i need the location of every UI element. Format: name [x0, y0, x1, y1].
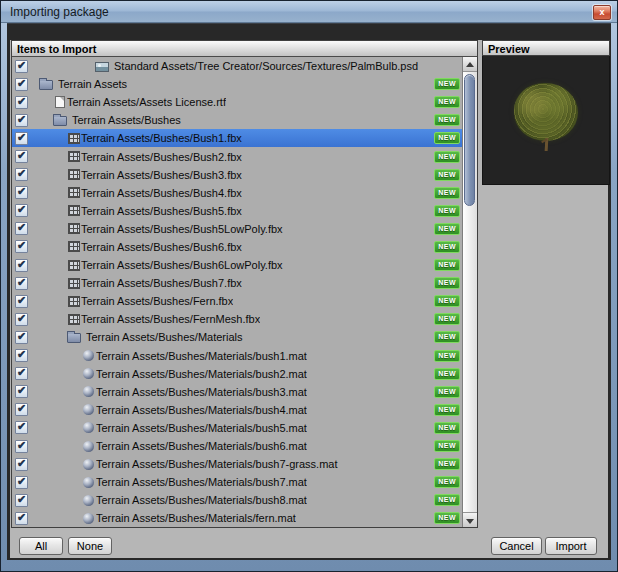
item-label: Terrain Assets/Bushes/Materials/bush2.ma…: [96, 368, 307, 380]
bush-trunk: [545, 138, 549, 151]
item-checkbox[interactable]: [15, 331, 28, 344]
item-label: Terrain Assets/Bushes/Materials/bush3.ma…: [96, 386, 307, 398]
indent-spacer: [39, 174, 67, 175]
vertical-scrollbar[interactable]: [462, 57, 477, 527]
item-label: Terrain Assets/Bushes/Materials: [86, 331, 243, 343]
scroll-up-arrow-icon[interactable]: [463, 57, 477, 72]
item-label: Terrain Assets/Bushes/Materials/bush5.ma…: [96, 422, 307, 434]
close-icon[interactable]: x: [593, 5, 611, 20]
indent-spacer: [39, 446, 81, 447]
mesh-icon: [68, 314, 80, 325]
list-item[interactable]: Terrain Assets/Bushes/Materials/bush7.ma…: [12, 473, 462, 491]
list-item[interactable]: Terrain Assets/Bushes/Materials/bush6.ma…: [12, 437, 462, 455]
list-item[interactable]: Terrain Assets/Bushes/FernMesh.fbxNEW: [12, 310, 462, 328]
item-checkbox[interactable]: [15, 186, 28, 199]
list-item[interactable]: Terrain Assets/Bushes/Materials/bush7-gr…: [12, 455, 462, 473]
list-item[interactable]: Terrain Assets/Bushes/Materials/bush1.ma…: [12, 347, 462, 365]
list-item[interactable]: Terrain Assets/Bushes/Bush5LowPoly.fbxNE…: [12, 220, 462, 238]
indent-spacer: [39, 355, 81, 356]
list-item[interactable]: Terrain Assets/Bushes/Materials/bush3.ma…: [12, 383, 462, 401]
list-item[interactable]: Terrain Assets/Bushes/Fern.fbxNEW: [12, 292, 462, 310]
list-item[interactable]: Terrain Assets/Bushes/Bush4.fbxNEW: [12, 184, 462, 202]
item-label: Terrain Assets/Bushes/Bush4.fbx: [81, 187, 242, 199]
item-label: Terrain Assets/Bushes/Bush6.fbx: [81, 241, 242, 253]
new-badge: NEW: [434, 205, 460, 217]
item-checkbox[interactable]: [15, 476, 28, 489]
list-item[interactable]: Terrain Assets/Assets License.rtfNEW: [12, 93, 462, 111]
item-checkbox[interactable]: [15, 240, 28, 253]
item-checkbox[interactable]: [15, 150, 28, 163]
item-checkbox[interactable]: [15, 222, 28, 235]
new-badge: NEW: [434, 187, 460, 199]
list-item[interactable]: Terrain Assets/Bushes/Bush5.fbxNEW: [12, 202, 462, 220]
indent-spacer: [39, 156, 67, 157]
list-item[interactable]: Terrain Assets/Bushes/Materials/bush8.ma…: [12, 491, 462, 509]
new-badge: NEW: [434, 386, 460, 398]
indent-spacer: [39, 246, 67, 247]
mesh-icon: [68, 133, 80, 144]
list-item[interactable]: Terrain AssetsNEW: [12, 75, 462, 93]
item-label: Terrain Assets/Bushes/Bush5LowPoly.fbx: [81, 223, 283, 235]
list-item[interactable]: Standard Assets/Tree Creator/Sources/Tex…: [12, 57, 462, 75]
item-checkbox[interactable]: [15, 385, 28, 398]
material-icon: [83, 422, 94, 433]
list-item[interactable]: Terrain Assets/Bushes/MaterialsNEW: [12, 328, 462, 346]
preview-image: [482, 56, 610, 185]
list-item[interactable]: Terrain Assets/Bushes/Bush1.fbxNEW: [12, 129, 462, 147]
item-checkbox[interactable]: [15, 259, 28, 272]
list-item[interactable]: Terrain Assets/Bushes/Bush2.fbxNEW: [12, 147, 462, 165]
new-badge: NEW: [434, 151, 460, 163]
item-checkbox[interactable]: [15, 440, 28, 453]
all-button[interactable]: All: [19, 537, 63, 555]
new-badge: NEW: [434, 440, 460, 452]
import-button[interactable]: Import: [545, 537, 597, 555]
list-item[interactable]: Terrain Assets/Bushes/Bush7.fbxNEW: [12, 274, 462, 292]
item-checkbox[interactable]: [15, 132, 28, 145]
new-badge: NEW: [434, 241, 460, 253]
none-button[interactable]: None: [68, 537, 112, 555]
list-item[interactable]: Terrain Assets/Bushes/Materials/bush5.ma…: [12, 419, 462, 437]
folder-icon: [39, 80, 53, 90]
list-item[interactable]: Terrain Assets/Bushes/Bush6.fbxNEW: [12, 238, 462, 256]
item-checkbox[interactable]: [15, 512, 28, 525]
indent-spacer: [39, 427, 81, 428]
item-checkbox[interactable]: [15, 458, 28, 471]
list-item[interactable]: Terrain Assets/Bushes/Bush3.fbxNEW: [12, 166, 462, 184]
item-checkbox[interactable]: [15, 277, 28, 290]
material-icon: [83, 386, 94, 397]
indent-spacer: [39, 409, 81, 410]
list-item[interactable]: Terrain Assets/Bushes/Materials/bush4.ma…: [12, 401, 462, 419]
item-label: Terrain Assets/Bushes/Materials/bush8.ma…: [96, 494, 307, 506]
new-badge: NEW: [434, 350, 460, 362]
list-item[interactable]: Terrain Assets/Bushes/Materials/fern.mat…: [12, 509, 462, 527]
item-checkbox[interactable]: [15, 60, 28, 73]
item-checkbox[interactable]: [15, 313, 28, 326]
scrollbar-thumb[interactable]: [464, 74, 475, 206]
item-checkbox[interactable]: [15, 78, 28, 91]
list-item[interactable]: Terrain Assets/Bushes/Materials/bush2.ma…: [12, 365, 462, 383]
importing-package-dialog: Importing package x Items to Import Stan…: [0, 0, 618, 572]
indent-spacer: [39, 464, 81, 465]
item-checkbox[interactable]: [15, 421, 28, 434]
cancel-button[interactable]: Cancel: [491, 537, 542, 555]
new-badge: NEW: [434, 78, 460, 90]
title-bar[interactable]: Importing package x: [1, 1, 617, 23]
item-checkbox[interactable]: [15, 295, 28, 308]
items-list[interactable]: Standard Assets/Tree Creator/Sources/Tex…: [12, 57, 462, 527]
new-badge: NEW: [434, 512, 460, 524]
item-checkbox[interactable]: [15, 349, 28, 362]
item-checkbox[interactable]: [15, 96, 28, 109]
list-item[interactable]: Terrain Assets/Bushes/Bush6LowPoly.fbxNE…: [12, 256, 462, 274]
items-list-body: Standard Assets/Tree Creator/Sources/Tex…: [12, 57, 477, 527]
item-checkbox[interactable]: [15, 494, 28, 507]
item-checkbox[interactable]: [15, 168, 28, 181]
item-checkbox[interactable]: [15, 403, 28, 416]
material-icon: [83, 441, 94, 452]
scroll-down-arrow-icon[interactable]: [463, 512, 477, 527]
item-checkbox[interactable]: [15, 114, 28, 127]
dialog-content: Items to Import Standard Assets/Tree Cre…: [10, 40, 608, 558]
item-checkbox[interactable]: [15, 367, 28, 380]
material-icon: [83, 404, 94, 415]
list-item[interactable]: Terrain Assets/BushesNEW: [12, 111, 462, 129]
item-checkbox[interactable]: [15, 204, 28, 217]
